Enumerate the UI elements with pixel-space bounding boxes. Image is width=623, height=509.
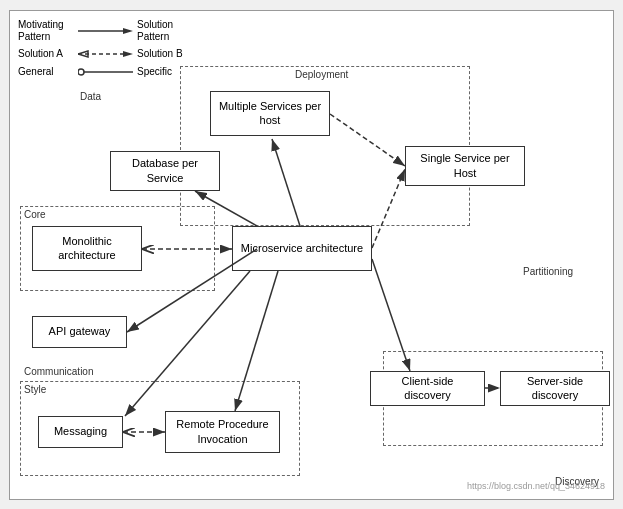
box-single-service: Single Service per Host	[405, 146, 525, 186]
svg-point-5	[78, 69, 84, 75]
box-server-discovery: Server-side discovery	[500, 371, 610, 406]
legend: Motivating Pattern Solution Pattern Solu…	[18, 19, 197, 83]
diagram-container: Motivating Pattern Solution Pattern Solu…	[9, 10, 614, 500]
label-deployment: Deployment	[295, 69, 348, 80]
box-monolithic: Monolithic architecture	[32, 226, 142, 271]
box-client-discovery: Client-side discovery	[370, 371, 485, 406]
label-communication: Communication	[24, 366, 93, 377]
label-data: Data	[80, 91, 101, 102]
box-database-per-service: Database per Service	[110, 151, 220, 191]
legend-solution-pattern: Solution Pattern	[137, 19, 197, 43]
box-rpc: Remote Procedure Invocation	[165, 411, 280, 453]
legend-solution-a: Solution A	[18, 48, 78, 60]
svg-marker-1	[123, 28, 133, 34]
box-messaging: Messaging	[38, 416, 123, 448]
label-core: Core	[24, 209, 46, 220]
box-microservice: Microservice architecture	[232, 226, 372, 271]
svg-marker-3	[123, 51, 133, 57]
box-multiple-services: Multiple Services per host	[210, 91, 330, 136]
label-partitioning: Partitioning	[523, 266, 573, 277]
box-api-gateway: API gateway	[32, 316, 127, 348]
legend-motivating: Motivating Pattern	[18, 19, 78, 43]
watermark: https://blog.csdn.net/qq_34624918	[467, 481, 605, 491]
label-style: Style	[24, 384, 46, 395]
legend-general: General	[18, 66, 78, 78]
legend-solution-b: Solution B	[137, 48, 197, 60]
